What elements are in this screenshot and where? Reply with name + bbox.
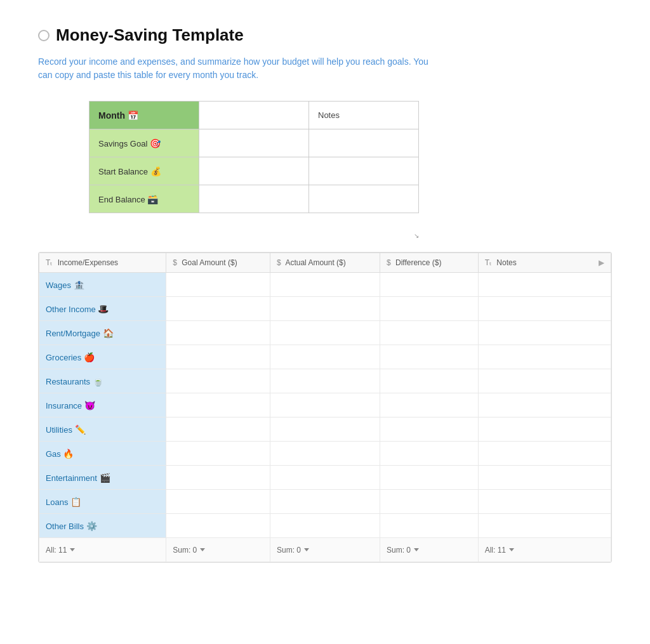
row-cell-5-3[interactable]: [478, 393, 611, 417]
row-cell-7-1[interactable]: [270, 442, 380, 466]
row-icon: 🎬: [100, 473, 110, 483]
row-cell-9-2[interactable]: [380, 490, 478, 514]
actual-col-icon: $: [277, 258, 281, 267]
row-cell-1-0[interactable]: [166, 297, 270, 321]
row-cell-3-0[interactable]: [166, 345, 270, 369]
savings-goal-value[interactable]: [199, 129, 309, 157]
row-icon: ⚙️: [86, 521, 97, 531]
sum-diff-dropdown[interactable]: Sum: 0: [387, 546, 419, 555]
row-label-3[interactable]: Groceries 🍎: [39, 345, 166, 369]
row-label-8[interactable]: Entertainment 🎬: [39, 466, 166, 490]
row-cell-5-2[interactable]: [380, 393, 478, 417]
all-count-dropdown[interactable]: All: 11: [46, 546, 75, 555]
savings-goal-label: Savings Goal 🎯: [90, 129, 199, 157]
main-table-header-row: Tₜ Income/Expenses $ Goal Amount ($) $ A…: [39, 253, 611, 273]
row-cell-1-2[interactable]: [380, 297, 478, 321]
row-cell-2-2[interactable]: [380, 321, 478, 345]
start-balance-notes[interactable]: [309, 157, 419, 185]
expand-button[interactable]: ▶: [599, 258, 604, 267]
row-cell-6-2[interactable]: [380, 417, 478, 442]
sum-actual-dropdown[interactable]: Sum: 0: [277, 546, 309, 555]
row-cell-10-3[interactable]: [478, 514, 611, 538]
row-label-1[interactable]: Other Income 🎩: [39, 297, 166, 321]
diff-col-label: Difference ($): [395, 258, 441, 267]
row-cell-2-0[interactable]: [166, 321, 270, 345]
all-notes-dropdown[interactable]: All: 11: [485, 546, 514, 555]
col-header-diff: $ Difference ($): [380, 253, 478, 273]
row-cell-5-0[interactable]: [166, 393, 270, 417]
all-count-chevron: [70, 548, 75, 551]
row-label-0[interactable]: Wages 🏦: [39, 273, 166, 297]
sum-goal-label: Sum: 0: [173, 546, 197, 555]
row-cell-4-1[interactable]: [270, 369, 380, 393]
row-cell-6-1[interactable]: [270, 417, 380, 442]
row-cell-6-3[interactable]: [478, 417, 611, 442]
row-cell-7-3[interactable]: [478, 442, 611, 466]
savings-goal-notes[interactable]: [309, 129, 419, 157]
end-balance-label: End Balance 🗃️: [90, 185, 199, 213]
row-cell-4-2[interactable]: [380, 369, 478, 393]
row-cell-3-2[interactable]: [380, 345, 478, 369]
row-text: Wages: [46, 280, 71, 290]
row-cell-3-1[interactable]: [270, 345, 380, 369]
footer-sum-actual[interactable]: Sum: 0: [270, 538, 380, 562]
row-cell-2-3[interactable]: [478, 321, 611, 345]
row-icon: 🎩: [98, 304, 109, 314]
footer-all-count[interactable]: All: 11: [39, 538, 166, 562]
footer-all-notes[interactable]: All: 11: [478, 538, 611, 562]
row-cell-8-0[interactable]: [166, 466, 270, 490]
page-title: Money-Saving Template: [56, 25, 244, 45]
row-cell-6-0[interactable]: [166, 417, 270, 442]
row-text: Groceries: [46, 353, 81, 362]
summary-value-header[interactable]: [199, 102, 309, 129]
footer-sum-diff[interactable]: Sum: 0: [380, 538, 478, 562]
row-cell-0-1[interactable]: [270, 273, 380, 297]
row-icon: 🍎: [84, 352, 95, 362]
main-table: Tₜ Income/Expenses $ Goal Amount ($) $ A…: [39, 253, 611, 562]
end-balance-notes[interactable]: [309, 185, 419, 213]
goal-col-icon: $: [173, 258, 177, 267]
row-cell-8-3[interactable]: [478, 466, 611, 490]
row-cell-10-1[interactable]: [270, 514, 380, 538]
row-cell-7-2[interactable]: [380, 442, 478, 466]
summary-header-row: Month 📅 Notes: [90, 102, 419, 129]
row-cell-4-0[interactable]: [166, 369, 270, 393]
end-balance-icon: 🗃️: [147, 194, 158, 204]
row-cell-5-1[interactable]: [270, 393, 380, 417]
row-cell-2-1[interactable]: [270, 321, 380, 345]
row-cell-0-2[interactable]: [380, 273, 478, 297]
row-cell-7-0[interactable]: [166, 442, 270, 466]
row-label-2[interactable]: Rent/Mortgage 🏠: [39, 321, 166, 345]
sum-goal-dropdown[interactable]: Sum: 0: [173, 546, 205, 555]
row-cell-0-3[interactable]: [478, 273, 611, 297]
row-label-5[interactable]: Insurance 😈: [39, 393, 166, 417]
row-text: Entertainment: [46, 473, 97, 483]
row-label-4[interactable]: Restaurants 🍵: [39, 369, 166, 393]
summary-resize-handle[interactable]: ↘: [89, 232, 419, 239]
footer-sum-goal[interactable]: Sum: 0: [166, 538, 270, 562]
start-balance-value[interactable]: [199, 157, 309, 185]
row-cell-9-1[interactable]: [270, 490, 380, 514]
table-row: Utilities ✏️: [39, 417, 611, 442]
row-label-10[interactable]: Other Bills ⚙️: [39, 514, 166, 538]
title-icon: [38, 30, 50, 41]
row-label-9[interactable]: Loans 📋: [39, 490, 166, 514]
row-cell-0-0[interactable]: [166, 273, 270, 297]
row-icon: 🔥: [63, 449, 74, 459]
row-cell-10-2[interactable]: [380, 514, 478, 538]
row-text: Other Income: [46, 305, 96, 314]
row-cell-9-0[interactable]: [166, 490, 270, 514]
row-cell-8-1[interactable]: [270, 466, 380, 490]
end-balance-value[interactable]: [199, 185, 309, 213]
row-label-6[interactable]: Utilities ✏️: [39, 417, 166, 442]
row-label-7[interactable]: Gas 🔥: [39, 442, 166, 466]
row-cell-1-3[interactable]: [478, 297, 611, 321]
row-cell-4-3[interactable]: [478, 369, 611, 393]
row-cell-8-2[interactable]: [380, 466, 478, 490]
row-cell-9-3[interactable]: [478, 490, 611, 514]
row-icon: 🏦: [74, 280, 84, 290]
row-cell-3-3[interactable]: [478, 345, 611, 369]
row-cell-1-1[interactable]: [270, 297, 380, 321]
row-cell-10-0[interactable]: [166, 514, 270, 538]
summary-start-balance-row: Start Balance 💰: [90, 157, 419, 185]
